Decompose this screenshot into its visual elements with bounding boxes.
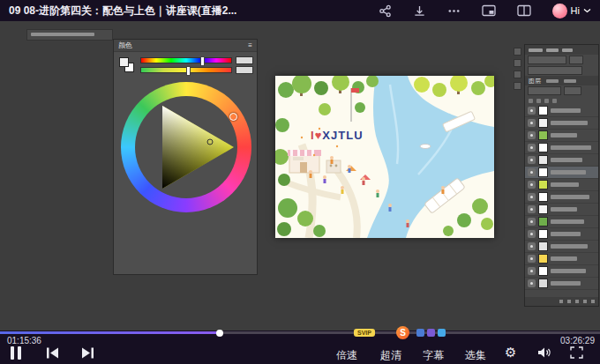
episodes-button[interactable]: 选集: [465, 348, 486, 363]
panel-dock[interactable]: [514, 48, 522, 90]
small-building: [326, 160, 341, 173]
layer-row[interactable]: [525, 228, 598, 241]
caption-letter: U: [354, 129, 363, 142]
color-panel-tab[interactable]: 颜色: [118, 41, 132, 50]
progress-bar[interactable]: [0, 331, 600, 334]
panel-menu-icon[interactable]: ≡: [248, 41, 252, 49]
account-menu[interactable]: Hi: [552, 4, 591, 19]
subtitles-button[interactable]: 字幕: [423, 348, 444, 363]
opacity-field[interactable]: [564, 86, 581, 95]
dock-icon[interactable]: [514, 71, 521, 78]
panel-dropdown[interactable]: [528, 56, 566, 64]
layer-row[interactable]: [525, 179, 598, 191]
layer-visibility-eye-icon[interactable]: [528, 279, 536, 287]
layer-visibility-eye-icon[interactable]: [528, 168, 536, 176]
fullscreen-button[interactable]: [570, 346, 583, 359]
layer-row[interactable]: [525, 241, 598, 253]
app-window: 09 08-进阶第四关：配色与上色｜讲座课(直播2...: [0, 0, 600, 364]
layer-name: [551, 145, 591, 150]
layer-visibility-eye-icon[interactable]: [528, 119, 536, 127]
layers-tab[interactable]: 图层: [529, 77, 541, 85]
layer-visibility-eye-icon[interactable]: [528, 267, 536, 275]
upper-panel-row[interactable]: [525, 55, 598, 65]
layer-row[interactable]: [525, 105, 598, 117]
toolbar-chip[interactable]: [438, 329, 446, 337]
layer-visibility-eye-icon[interactable]: [528, 218, 536, 226]
caption-letter: T: [338, 129, 346, 142]
layer-row[interactable]: [525, 253, 598, 265]
saturation-slider[interactable]: [140, 67, 232, 73]
ps-canvas[interactable]: I♥XJTLU: [275, 76, 494, 238]
layers-panel-tabs[interactable]: 图层: [525, 76, 598, 85]
layer-name: [551, 195, 589, 199]
volume-button[interactable]: [536, 346, 551, 359]
hue-value-box[interactable]: [236, 56, 253, 64]
layer-row[interactable]: [525, 117, 598, 130]
share-button[interactable]: [379, 4, 392, 18]
panel-field[interactable]: [569, 56, 583, 64]
dock-icon[interactable]: [514, 59, 521, 67]
layer-thumbnail: [538, 118, 548, 128]
blend-mode-dropdown[interactable]: [528, 86, 561, 95]
layer-visibility-eye-icon[interactable]: [528, 156, 536, 164]
layer-visibility-eye-icon[interactable]: [528, 205, 536, 213]
floating-toolbar[interactable]: [416, 329, 446, 337]
hue-ring-marker[interactable]: [229, 113, 237, 121]
skip-previous-icon: [46, 347, 59, 359]
color-wheel[interactable]: [121, 82, 251, 212]
layer-row[interactable]: [525, 204, 598, 216]
layer-thumbnail: [538, 180, 548, 189]
layer-visibility-eye-icon[interactable]: [528, 144, 536, 152]
layer-visibility-eye-icon[interactable]: [528, 131, 536, 139]
layer-row[interactable]: [525, 216, 598, 228]
more-options-button[interactable]: [447, 4, 461, 18]
upper-panel-row[interactable]: [525, 65, 598, 76]
lock-row[interactable]: [525, 96, 598, 105]
playback-speed-button[interactable]: 倍速: [336, 348, 357, 363]
layer-row[interactable]: [525, 191, 598, 204]
floating-logo[interactable]: S: [396, 326, 409, 339]
boat: [420, 145, 431, 149]
gear-icon: ⚙: [505, 345, 516, 360]
saturation-slider-marker[interactable]: [186, 66, 191, 76]
saturation-value-box[interactable]: [236, 66, 253, 74]
upper-panel-tabs[interactable]: [525, 45, 598, 55]
layer-row[interactable]: [525, 130, 598, 142]
quality-button[interactable]: 超清: [380, 348, 401, 363]
toolbar-chip[interactable]: [427, 329, 435, 337]
progress-handle[interactable]: [216, 330, 223, 337]
pip-button[interactable]: [482, 4, 496, 17]
layer-visibility-eye-icon[interactable]: [528, 193, 536, 201]
next-episode-button[interactable]: [81, 347, 94, 359]
previous-episode-button[interactable]: [46, 347, 59, 359]
settings-button[interactable]: ⚙: [505, 345, 516, 360]
picture-in-picture-icon: [482, 4, 496, 17]
layer-visibility-eye-icon[interactable]: [528, 255, 536, 263]
layer-row[interactable]: [525, 142, 598, 154]
hue-slider-marker[interactable]: [200, 56, 205, 66]
layer-visibility-eye-icon[interactable]: [528, 107, 536, 115]
dock-icon[interactable]: [514, 48, 521, 56]
dock-icon[interactable]: [514, 82, 521, 90]
layer-visibility-eye-icon[interactable]: [528, 181, 536, 189]
layer-row[interactable]: [525, 167, 598, 179]
pause-button[interactable]: [11, 346, 21, 360]
blend-mode-row[interactable]: [525, 85, 598, 96]
layer-row[interactable]: [525, 265, 598, 278]
layer-row[interactable]: [525, 154, 598, 167]
hue-slider[interactable]: [140, 57, 232, 63]
panel-field[interactable]: [528, 66, 582, 75]
toolbar-chip[interactable]: [416, 329, 424, 337]
video-frame[interactable]: 颜色 ≡: [0, 21, 600, 331]
caption-letter: X: [322, 129, 331, 142]
layer-row[interactable]: [525, 278, 598, 290]
download-button[interactable]: [413, 4, 426, 18]
split-view-button[interactable]: [517, 4, 531, 17]
more-icon: [447, 4, 461, 18]
layers-panel-footer[interactable]: [525, 297, 598, 306]
layer-visibility-eye-icon[interactable]: [528, 230, 536, 238]
fullscreen-icon: [570, 346, 583, 359]
layer-visibility-eye-icon[interactable]: [528, 242, 536, 250]
fg-bg-swatches[interactable]: [119, 57, 133, 71]
layer-name: [551, 170, 586, 175]
